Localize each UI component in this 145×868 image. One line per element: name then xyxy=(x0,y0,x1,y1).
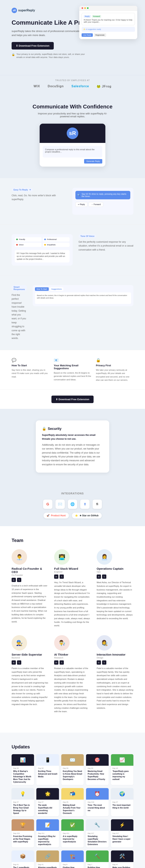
fb-title-suggestions: Your Matching Email Suggestions xyxy=(54,364,91,370)
twitter-icon-ai[interactable]: 𝕏 xyxy=(59,660,64,664)
feature-smart-text: Smart Responses Find the perfect respons… xyxy=(11,285,27,340)
feature-tone-block: Tone Of Voice Get the perfectly customiz… xyxy=(0,224,145,275)
mockup-regen-btn[interactable]: Regenerate xyxy=(94,33,106,37)
update-date-6: Day #7 xyxy=(38,801,57,803)
twitter-icon-engineer[interactable]: 𝕏 xyxy=(59,575,64,579)
update-card-5[interactable]: 💡 Day #7 The 6 Best Tips to Bring Your E… xyxy=(11,788,34,816)
update-body-16: Day #1 Aligning superReply significantly… xyxy=(37,862,59,868)
update-title-17: Finding How Building the right superRepl… xyxy=(63,866,82,868)
update-body-11: Day #11 Growing A Blog for superReply im… xyxy=(37,831,59,847)
tone-label-text: Tone Of Voice xyxy=(80,235,94,237)
integration-edge[interactable]: 🌐 xyxy=(68,500,77,509)
update-card-12[interactable]: ✅ Day #11 A is superReply improved by su… xyxy=(61,819,84,847)
tone-professional[interactable]: Professional xyxy=(43,237,70,242)
easy-reply-btn[interactable]: ↩ Reply xyxy=(75,202,88,207)
update-date-16: Day #1 xyxy=(38,864,57,866)
update-thumb-6: 🌟 xyxy=(37,788,59,800)
update-date-8: Day #18 xyxy=(88,801,107,803)
twitter-icon-design[interactable]: 𝕏 xyxy=(102,660,106,664)
twitter-icon-ceo[interactable]: 𝕏 xyxy=(17,578,21,582)
linkedin-icon-ai[interactable]: in xyxy=(54,660,58,664)
security-section: 🔒 Security SuperReply absolutely never a… xyxy=(0,409,145,484)
update-card-9[interactable]: 🌍 Day #7 The most important thing in the… xyxy=(111,788,134,816)
tone-friendly[interactable]: Friendly xyxy=(15,237,42,242)
update-body-10: Day #19 Front-line Promising at the Fina… xyxy=(11,831,34,845)
tone-preview-text: Hi! I hope this message finds you well. … xyxy=(17,252,68,260)
linkedin-icon-ops[interactable]: in xyxy=(97,575,101,579)
download-cta-button[interactable]: ⬇ Download Free Extension xyxy=(51,396,94,403)
update-date-9: Day #7 xyxy=(113,801,132,803)
update-card-8[interactable]: ⏰ Day #18 Time: The most crucial thing a… xyxy=(86,788,108,816)
update-card-11[interactable]: 📝 Day #11 Growing A Blog for superReply … xyxy=(37,819,59,847)
update-card-17[interactable]: 🏗️ Day 8 Finding How Building the right … xyxy=(61,850,84,868)
update-card-3[interactable]: 🎯 Day 93 Mastering Email Productivity: H… xyxy=(86,754,108,785)
mockup-suggestion: ✨ AI suggestion ready xyxy=(81,27,135,32)
tone-empathetic[interactable]: Empathetic xyxy=(43,243,70,247)
integration-upload[interactable]: ⬆ xyxy=(80,500,90,509)
integration-gmail[interactable]: ✉️ xyxy=(55,500,65,509)
smart-tab-suggestions[interactable]: Suggestions xyxy=(50,287,64,291)
update-card-18[interactable]: 🔨 Day 7 Building How Building the right … xyxy=(86,850,108,868)
member-name-backend: Server-Side Superstar xyxy=(11,653,48,656)
linkedin-icon-engineer[interactable]: in xyxy=(54,575,58,579)
update-card-14[interactable]: ⚡ Day #17 Simulating How I Have I have a… xyxy=(111,819,134,847)
easy-toggle[interactable]: ▼ xyxy=(29,189,31,191)
twitter-icon-ops[interactable]: 𝕏 xyxy=(102,575,106,579)
update-date-13: Day #17 xyxy=(88,832,107,834)
easy-forward-btn[interactable]: → Forward xyxy=(89,202,103,207)
tone-grid: Friendly Professional Direct Empathetic xyxy=(15,237,70,247)
update-body-9: Day #7 The most important thing in the w… xyxy=(111,800,134,811)
integration-fi[interactable]: fi xyxy=(93,500,102,509)
tone-preview: Hi! I hope this message finds you well. … xyxy=(15,250,70,262)
update-body-15: Day #1 The 1 superReply significantly: H… xyxy=(11,862,34,868)
feature-easy-block: Easy To Reply ▼ Click, read, Go. No more… xyxy=(0,178,145,224)
update-card-10[interactable]: 🏆 Day #19 Front-line Promising at the Fi… xyxy=(11,819,34,847)
update-thumb-17: 🏗️ xyxy=(61,850,84,862)
update-card-2[interactable]: ✉️ Day 93 Everything You Need to Know Ab… xyxy=(61,754,84,785)
feature-tone-visual: Friendly Professional Direct Empathetic … xyxy=(11,234,73,266)
feature-smart-desc: Find the perfect response! have trouble … xyxy=(11,293,27,340)
update-card-0[interactable]: 📊 Day 93 Why A Startup's Competitive Adv… xyxy=(11,754,34,785)
update-title-2: Everything You Need to Know About Email … xyxy=(63,770,82,781)
member-name-design: Interaction Innovator xyxy=(97,653,134,656)
security-shield-icon: 🔒 xyxy=(42,427,46,431)
update-card-13[interactable]: 🔧 Day #17 Simulating superReply Simulati… xyxy=(86,819,108,847)
update-card-15[interactable]: 📦 Day #1 The 1 superReply significantly:… xyxy=(11,850,34,868)
member-social-design: in 𝕏 xyxy=(97,660,134,664)
avatar-ai: 👨‍🔬 xyxy=(54,635,70,651)
cv-send-btn[interactable]: Generate Reply xyxy=(84,159,102,163)
avatar-ceo: 👨‍💼 xyxy=(11,549,27,565)
hero-description: superReply takes the stress out of profe… xyxy=(11,29,85,37)
update-card-19[interactable]: 🛠️ Day #7 Make sure Building How Buildin… xyxy=(111,850,134,868)
product-hunt-badge[interactable]: 🚀 Product Hunt xyxy=(44,513,69,519)
linkedin-icon-design[interactable]: in xyxy=(97,660,101,664)
update-card-16[interactable]: 🔗 Day #1 Aligning superReply significant… xyxy=(37,850,59,868)
mockup-use-btn[interactable]: Use Reply xyxy=(81,33,93,37)
linkedin-icon-ceo[interactable]: in xyxy=(11,578,16,582)
update-card-4[interactable]: 📈 Day 43 'SuperReply goes something is i… xyxy=(111,754,134,785)
update-body-4: Day 43 'SuperReply goes something is imp… xyxy=(111,766,134,782)
tone-name-empathetic: Empathetic xyxy=(47,244,56,246)
trusted-logos: WIX DocuSign Salesforce 🐸 JFrog xyxy=(11,85,134,88)
hero-download-button[interactable]: ⬇ Download Free Extension xyxy=(11,42,54,50)
update-card-7[interactable]: 📬 Day #5 Making Email Actually From Your… xyxy=(61,788,84,816)
github-star-badge[interactable]: ⭐ ★ Star on GitHub xyxy=(72,513,102,519)
integration-google[interactable]: G xyxy=(43,500,52,509)
tone-name-professional: Professional xyxy=(47,239,57,240)
tone-dot-empathetic xyxy=(44,244,46,246)
mockup-tag-forward: Forward xyxy=(92,15,101,18)
tone-direct[interactable]: Direct xyxy=(15,243,42,247)
linkedin-icon-backend[interactable]: in xyxy=(11,660,16,664)
update-card-6[interactable]: 🌟 Day #7 The week SuperReply did somethi… xyxy=(37,788,59,816)
update-title-19: Make sure Building How Building the righ… xyxy=(113,866,132,868)
update-body-3: Day 93 Mastering Email Productivity: How… xyxy=(86,766,108,782)
twitter-icon-backend[interactable]: 𝕏 xyxy=(17,660,21,664)
update-card-1[interactable]: 📱 Day 93 Exciting Three Advanced and Isr… xyxy=(37,754,59,785)
fb-item-start: 💬 How To Start Say here is this start, s… xyxy=(11,358,49,382)
feature-tone-label: Tone Of Voice xyxy=(78,234,96,238)
update-thumb-9: 🌍 xyxy=(111,788,134,800)
fb-title-privacy: Privacy First xyxy=(96,364,134,367)
update-body-1: Day 93 Exciting Three Advanced and Israe… xyxy=(37,766,59,780)
cv-actions: Generate Reply xyxy=(43,159,102,163)
smart-tab-start[interactable]: How To Start xyxy=(35,287,49,291)
